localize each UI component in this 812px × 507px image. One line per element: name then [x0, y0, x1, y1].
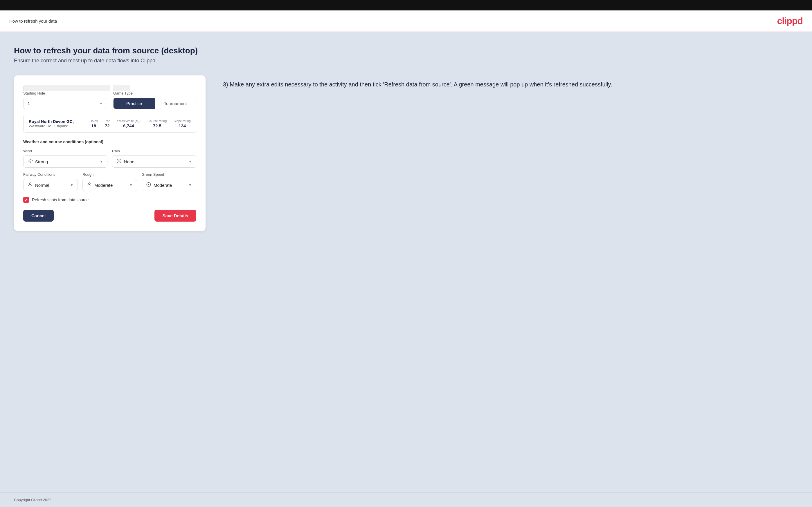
par-value: 72	[105, 123, 110, 128]
game-type-group: Game Type Practice Tournament	[113, 91, 196, 109]
fairway-label: Fairway Conditions	[23, 172, 78, 177]
svg-point-10	[89, 183, 90, 184]
svg-line-4	[120, 162, 121, 163]
rough-chevron: ▼	[129, 183, 133, 187]
practice-button[interactable]: Practice	[113, 98, 155, 109]
svg-line-8	[120, 159, 121, 160]
svg-point-0	[118, 160, 120, 162]
content-row: Starting Hole 1 ▼ Game Type Practice Tou…	[14, 75, 798, 231]
course-stat-holes: Holes 18	[90, 119, 98, 128]
game-type-buttons: Practice Tournament	[113, 98, 196, 109]
wind-select[interactable]: Strong ▼	[23, 156, 107, 168]
course-stat-course-rating: Course rating 72.5	[148, 119, 167, 128]
page-heading: How to refresh your data from source (de…	[14, 46, 798, 55]
footer-copyright: Copyright Clippd 2022	[14, 498, 51, 502]
weather-section-heading: Weather and course conditions (optional)	[23, 139, 196, 144]
fairway-select[interactable]: Normal ▼	[23, 179, 78, 191]
fairway-icon	[28, 182, 33, 188]
svg-point-9	[29, 183, 31, 184]
page-subheading: Ensure the correct and most up to date d…	[14, 58, 798, 64]
slope-label: Slope rating	[173, 119, 191, 123]
wind-rain-row: Wind Strong ▼ Rain	[23, 149, 196, 168]
wind-icon	[28, 158, 33, 165]
svg-point-12	[148, 184, 149, 185]
header-title: How to refresh your data	[9, 18, 57, 23]
wind-chevron: ▼	[100, 160, 103, 164]
refresh-checkbox[interactable]: ✓	[23, 197, 29, 203]
top-bar	[0, 0, 812, 10]
rain-chevron: ▼	[189, 160, 192, 164]
rough-select[interactable]: Moderate ▼	[83, 179, 137, 191]
logo: clippd	[777, 16, 803, 26]
starting-hole-label: Starting Hole	[23, 91, 106, 96]
course-row: Royal North Devon GC, Westward Ho!, Engl…	[23, 115, 196, 132]
checkmark-icon: ✓	[25, 198, 28, 202]
rain-value: None	[124, 159, 189, 164]
main-content: How to refresh your data from source (de…	[0, 32, 812, 492]
rough-label: Rough	[83, 172, 137, 177]
tournament-button[interactable]: Tournament	[155, 98, 196, 109]
wind-group: Wind Strong ▼	[23, 149, 107, 168]
rough-icon	[87, 182, 92, 188]
yards-label: Yards/White (M))	[117, 119, 141, 123]
side-text: 3) Make any extra edits necessary to the…	[223, 75, 798, 89]
slope-value: 134	[173, 123, 191, 128]
rough-value: Moderate	[94, 183, 129, 188]
holes-value: 18	[90, 123, 98, 128]
green-speed-label: Green Speed	[142, 172, 196, 177]
green-speed-chevron: ▼	[189, 183, 192, 187]
refresh-checkbox-label: Refresh shots from data source	[32, 198, 89, 202]
starting-hole-select[interactable]: 1	[23, 98, 106, 109]
course-location: Westward Ho!, England	[29, 124, 74, 128]
cancel-button[interactable]: Cancel	[23, 210, 54, 222]
course-stat-yards: Yards/White (M)) 6,744	[117, 119, 141, 128]
course-name: Royal North Devon GC,	[29, 119, 74, 124]
green-speed-select[interactable]: Moderate ▼	[142, 179, 196, 191]
rain-icon	[116, 158, 122, 165]
yards-value: 6,744	[117, 123, 141, 128]
course-rating-label: Course rating	[148, 119, 167, 123]
course-stat-par: Par 72	[105, 119, 110, 128]
refresh-checkbox-row: ✓ Refresh shots from data source	[23, 197, 196, 203]
side-text-content: 3) Make any extra edits necessary to the…	[223, 80, 798, 89]
course-stats: Holes 18 Par 72 Yards/White (M)) 6,744 C…	[90, 119, 191, 128]
par-label: Par	[105, 119, 110, 123]
starting-hole-select-wrapper[interactable]: 1 ▼	[23, 98, 106, 109]
starting-game-row: Starting Hole 1 ▼ Game Type Practice Tou…	[23, 91, 196, 109]
header: How to refresh your data clippd	[0, 10, 812, 32]
rain-select[interactable]: None ▼	[112, 156, 196, 168]
game-type-label: Game Type	[113, 91, 196, 96]
fairway-group: Fairway Conditions Normal ▼	[23, 172, 78, 191]
conditions-section: Weather and course conditions (optional)…	[23, 139, 196, 191]
course-rating-value: 72.5	[148, 123, 167, 128]
rough-group: Rough Moderate ▼	[83, 172, 137, 191]
wind-label: Wind	[23, 149, 107, 153]
course-info: Royal North Devon GC, Westward Ho!, Engl…	[29, 119, 74, 128]
rain-group: Rain None ▼	[112, 149, 196, 168]
wind-value: Strong	[35, 159, 100, 164]
starting-hole-group: Starting Hole 1 ▼	[23, 91, 106, 109]
form-panel: Starting Hole 1 ▼ Game Type Practice Tou…	[14, 75, 206, 231]
course-stat-slope: Slope rating 134	[173, 119, 191, 128]
footer: Copyright Clippd 2022	[0, 492, 812, 507]
fairway-chevron: ▼	[70, 183, 73, 187]
conditions-second-row: Fairway Conditions Normal ▼ Rough	[23, 172, 196, 191]
green-speed-group: Green Speed Moderate ▼	[142, 172, 196, 191]
rain-label: Rain	[112, 149, 196, 153]
green-speed-value: Moderate	[154, 183, 189, 188]
button-row: Cancel Save Details	[23, 210, 196, 222]
save-button[interactable]: Save Details	[154, 210, 196, 222]
green-speed-icon	[146, 182, 151, 188]
holes-label: Holes	[90, 119, 98, 123]
fairway-value: Normal	[35, 183, 70, 188]
